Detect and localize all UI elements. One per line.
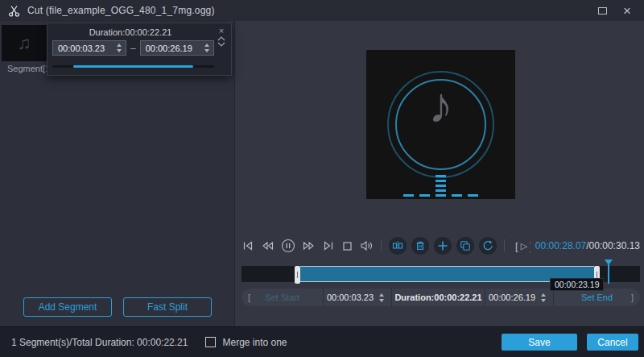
- merge-checkbox[interactable]: [205, 337, 216, 347]
- spin-up-button[interactable]: [379, 293, 384, 297]
- window-title: Cut (file_example_OGG_480_1_7mg.ogg): [27, 5, 215, 16]
- spin-up-button[interactable]: [204, 44, 209, 47]
- popup-duration-label: Duration:00:00:22.21: [47, 27, 213, 37]
- segment-range-fill: [73, 65, 193, 68]
- popup-close-button[interactable]: ×: [219, 26, 224, 35]
- title-bar: Cut (file_example_OGG_480_1_7mg.ogg) ×: [0, 0, 644, 21]
- skip-end-icon: [323, 240, 335, 251]
- current-time: 00:00:28.07: [535, 240, 586, 251]
- save-button[interactable]: Save: [502, 334, 577, 351]
- footer-bar: 1 Segment(s)/Total Duration: 00:00:22.21…: [0, 326, 644, 357]
- playhead-line: [608, 264, 609, 284]
- chevron-down-icon[interactable]: [217, 42, 225, 47]
- playback-controls: [▷] [□] 00:00:28.07/00:00:30.13: [242, 236, 640, 255]
- rewind-button[interactable]: [261, 240, 274, 251]
- maximize-button[interactable]: [598, 7, 607, 15]
- segment-thumbnail[interactable]: ♫: [2, 25, 47, 61]
- playhead[interactable]: [605, 259, 613, 284]
- cut-dialog-window: { "window": { "title": "Cut (file_exampl…: [0, 0, 644, 357]
- spin-down-button[interactable]: [541, 299, 546, 302]
- close-button[interactable]: ×: [623, 4, 631, 18]
- status-text: 1 Segment(s)/Total Duration: 00:00:22.21: [11, 337, 188, 348]
- play-icon: ▷: [521, 241, 527, 251]
- popup-start-time-value: 00:00:03.23: [53, 44, 113, 53]
- split-icon: [392, 240, 403, 251]
- trim-end-time-value: 00:00:26.19: [489, 293, 535, 302]
- volume-button[interactable]: [360, 240, 374, 251]
- trim-start-time-input[interactable]: 00:00:03.23: [324, 289, 391, 306]
- segment-duration-popup: Duration:00:00:22.21 × 00:00:03.23 – 00:…: [47, 23, 232, 76]
- total-time: 00:00:30.13: [589, 240, 640, 251]
- add-segment-button[interactable]: Add Segment: [23, 297, 112, 317]
- volume-icon: [360, 240, 374, 251]
- music-note-icon: ♫: [18, 33, 31, 54]
- pause-button[interactable]: [281, 239, 295, 253]
- fast-split-button[interactable]: Fast Split: [123, 297, 212, 317]
- selection-start-handle[interactable]: [295, 266, 300, 284]
- timeline-tooltip: 00:00:23.19: [550, 278, 604, 291]
- spin-up-button[interactable]: [117, 44, 122, 47]
- segment-list-panel: ♫ Segment[1] Duration:00:00:22.21 × 00:0…: [0, 21, 235, 326]
- skip-end-button[interactable]: [323, 240, 335, 251]
- set-end-button[interactable]: Set End ]: [554, 289, 640, 306]
- merge-label: Merge into one: [222, 337, 287, 348]
- chevron-up-icon[interactable]: [217, 36, 225, 41]
- time-display: 00:00:28.07/00:00:30.13: [530, 236, 640, 255]
- segment-label: Segment[1]: [7, 64, 52, 73]
- equalizer-icon: [366, 169, 515, 197]
- plus-icon: [437, 240, 448, 251]
- stop-icon: [342, 241, 353, 251]
- skip-start-icon: [242, 240, 254, 251]
- divider: [504, 239, 505, 252]
- cancel-button[interactable]: Cancel: [587, 334, 638, 351]
- range-separator: –: [130, 43, 136, 54]
- divider: [381, 239, 382, 252]
- copy-segment-button[interactable]: [456, 237, 474, 255]
- add-segment-icon-button[interactable]: [434, 237, 452, 255]
- scissors-icon: [8, 5, 20, 17]
- skip-start-button[interactable]: [242, 240, 254, 251]
- trim-start-time-value: 00:00:03.23: [327, 293, 374, 302]
- set-start-button[interactable]: [ Set Start: [242, 289, 323, 306]
- trim-bar: [ Set Start 00:00:03.23 Duration:00:00:2…: [242, 289, 640, 306]
- pause-icon: [281, 239, 295, 253]
- segment-range-slider[interactable]: [52, 65, 214, 68]
- spin-down-button[interactable]: [204, 49, 209, 52]
- split-segment-button[interactable]: [389, 237, 407, 255]
- music-note-icon: ♪: [366, 81, 515, 131]
- fast-forward-button[interactable]: [303, 240, 316, 251]
- spin-up-button[interactable]: [541, 293, 546, 297]
- popup-end-time-input[interactable]: 00:00:26.19: [140, 40, 214, 56]
- merge-into-one-option[interactable]: Merge into one: [205, 337, 287, 348]
- audio-artwork: ♪: [366, 50, 515, 199]
- preview-panel: ♪: [235, 21, 644, 326]
- stop-button[interactable]: [342, 241, 353, 251]
- rewind-icon: [261, 240, 274, 251]
- undo-icon: [482, 240, 493, 251]
- popup-end-time-value: 00:00:26.19: [141, 44, 200, 53]
- spin-down-button[interactable]: [379, 299, 384, 302]
- copy-icon: [460, 240, 471, 251]
- fast-forward-icon: [303, 240, 316, 251]
- trim-end-time-input[interactable]: 00:00:26.19: [485, 289, 553, 306]
- trash-icon: [415, 240, 426, 251]
- trim-duration-label: Duration:00:00:22.21: [392, 289, 485, 306]
- delete-segment-button[interactable]: [411, 237, 429, 255]
- popup-start-time-input[interactable]: 00:00:03.23: [52, 40, 126, 56]
- reset-button[interactable]: [479, 237, 497, 255]
- spin-down-button[interactable]: [117, 49, 122, 52]
